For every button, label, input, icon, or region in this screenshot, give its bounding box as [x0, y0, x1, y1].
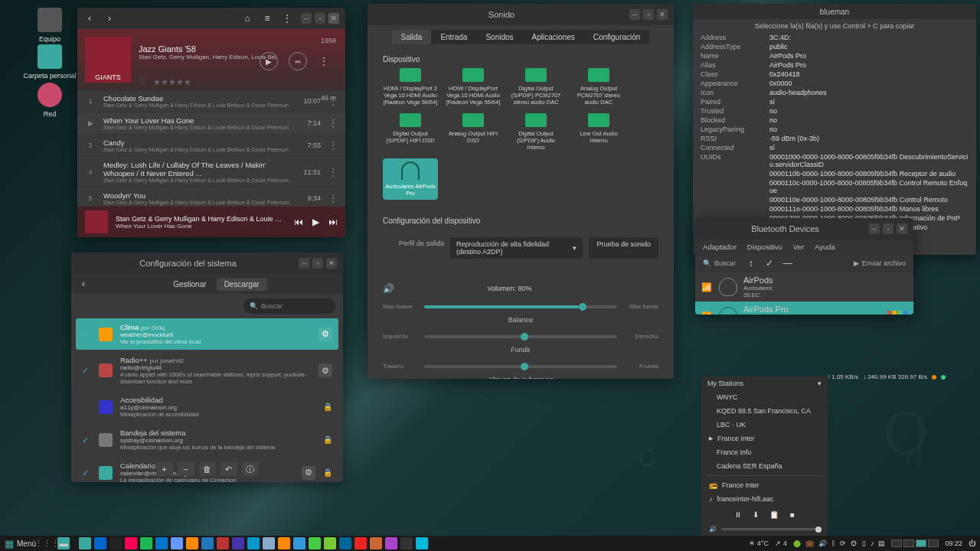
- property-row[interactable]: AddressTypepublic: [693, 42, 976, 51]
- undo-button[interactable]: ↶: [220, 462, 237, 476]
- taskbar-app-icon[interactable]: [217, 537, 229, 549]
- taskbar-app-icon[interactable]: [201, 537, 214, 549]
- property-row[interactable]: Trustedno: [693, 106, 976, 116]
- rating-stars[interactable]: ♡ ★★★★★: [139, 77, 191, 87]
- download-button[interactable]: ⬇: [753, 510, 759, 519]
- audio-device[interactable]: Digital Output (S/PDIF) Audio Interno: [508, 113, 564, 151]
- radio-volume-slider[interactable]: [721, 528, 820, 530]
- taskbar-app-icon[interactable]: [232, 537, 244, 549]
- taskbar-app-icon[interactable]: [293, 537, 305, 549]
- sound-tab[interactable]: Sonidos: [476, 30, 522, 44]
- taskbar-app-icon[interactable]: [186, 537, 198, 549]
- sound-tab[interactable]: Configuración: [584, 30, 650, 44]
- taskbar-app-icon[interactable]: [79, 537, 91, 549]
- vol-icon[interactable]: 🔊: [709, 526, 717, 533]
- radio-station[interactable]: France Inter: [701, 432, 828, 445]
- taskbar-app-icon[interactable]: [400, 537, 413, 549]
- menu-item[interactable]: Ayuda: [815, 243, 835, 251]
- track-menu-icon[interactable]: ⋮: [328, 193, 338, 204]
- applet-settings-button[interactable]: ⚙: [318, 328, 332, 341]
- audio-device[interactable]: Auriculares AirPods Pro: [383, 158, 438, 200]
- tray-music-icon[interactable]: ♪: [871, 540, 874, 547]
- track-row[interactable]: 1 Chocolate SundaeStan Getz & Gerry Mull…: [77, 90, 345, 112]
- taskbar-app-icon[interactable]: [339, 537, 351, 549]
- close-button[interactable]: ✕: [328, 13, 339, 24]
- checkbox[interactable]: ✓: [82, 435, 91, 445]
- audio-device[interactable]: HDMI / DisplayPort 2 Vega 10 HDMI Audio …: [383, 68, 438, 106]
- balance-slider[interactable]: [424, 335, 617, 338]
- radio-station[interactable]: LBC - UK: [701, 418, 828, 432]
- desktop-equipo[interactable]: Equipo: [23, 8, 77, 43]
- track-row[interactable]: 3 CandyStan Getz & Gerry Mulligan & Harr…: [77, 135, 345, 157]
- taskbar-app-icon[interactable]: [155, 537, 168, 549]
- checkbox[interactable]: ✓: [82, 330, 91, 339]
- play-button[interactable]: ▶: [312, 217, 319, 227]
- prev-button[interactable]: ⏮: [294, 217, 303, 227]
- audio-device[interactable]: Line Out Audio Interno: [571, 113, 626, 151]
- maximize-button[interactable]: ▫: [315, 13, 325, 24]
- track-menu-icon[interactable]: ⋮: [328, 118, 338, 129]
- menu-item[interactable]: Ver: [793, 243, 804, 251]
- radio-station[interactable]: WNYC: [701, 390, 828, 404]
- taskbar-app-icon[interactable]: [354, 537, 367, 549]
- tab-descargar[interactable]: Descargar: [217, 278, 267, 291]
- property-row[interactable]: NameAirPods Pro: [693, 51, 976, 60]
- perfil-dropdown[interactable]: Reproducción de alta fidelidad (destino …: [450, 237, 583, 259]
- close-button[interactable]: ✕: [657, 9, 668, 20]
- taskbar-app-icon[interactable]: [263, 537, 275, 549]
- applet-item[interactable]: ✓ Bandeja del sistema systray@cinnamon.o…: [76, 424, 338, 455]
- volume-icon[interactable]: 🔊: [383, 283, 394, 294]
- property-row[interactable]: 0000111e-0000-1000-8000-00805f9b34fb Man…: [693, 204, 976, 214]
- queue-album-button[interactable]: ═: [289, 52, 307, 70]
- tray-sync-icon[interactable]: ⟳: [840, 540, 846, 547]
- app-grid-icon[interactable]: ⋮⋮⋮: [41, 537, 53, 549]
- sound-tab[interactable]: Aplicaciones: [523, 30, 584, 44]
- radio-station[interactable]: KQED 88.5 San Francisco, CA: [701, 404, 828, 418]
- audio-device[interactable]: HDMI / DisplayPort Vega 10 HDMI Audio [R…: [446, 68, 501, 106]
- property-row[interactable]: Iconaudio-headphones: [693, 88, 976, 97]
- track-row[interactable]: 4 Medley: Lush Life / Lullaby Of The Lea…: [77, 157, 345, 187]
- checkbox[interactable]: [82, 403, 91, 412]
- minimize-button[interactable]: –: [299, 258, 309, 269]
- weather-temp[interactable]: ☀ 4°C: [749, 540, 769, 547]
- property-row[interactable]: Class0x240418: [693, 70, 976, 79]
- taskbar-app-icon[interactable]: [109, 537, 122, 549]
- taskbar-app-icon[interactable]: [171, 537, 183, 549]
- taskbar-app-icon[interactable]: [247, 537, 260, 549]
- minimize-button[interactable]: –: [869, 223, 880, 234]
- maximize-button[interactable]: ▫: [883, 223, 893, 234]
- taskbar-app-icon[interactable]: [278, 537, 290, 549]
- pause-button[interactable]: ⏸: [734, 510, 742, 519]
- search-button[interactable]: 🔍 Buscar: [703, 259, 739, 267]
- tray-nvidia-icon[interactable]: ⬤: [793, 540, 801, 547]
- track-menu-icon[interactable]: ⋮: [328, 167, 338, 178]
- sound-tab[interactable]: Entrada: [431, 30, 476, 44]
- more-icon[interactable]: ⋮: [281, 12, 293, 24]
- workspace-switcher[interactable]: [891, 540, 939, 547]
- tray-bluetooth-icon[interactable]: ᛒ: [831, 540, 835, 547]
- add-button[interactable]: +: [156, 462, 173, 476]
- taskbar-app-icon[interactable]: [125, 537, 137, 549]
- check-icon[interactable]: ✓: [763, 257, 776, 269]
- desktop-home[interactable]: Carpeta personal: [23, 44, 77, 80]
- close-button[interactable]: ✕: [897, 223, 907, 234]
- tray-notif-icon[interactable]: ▤: [878, 540, 885, 547]
- tray-battery-icon[interactable]: ▯: [862, 540, 866, 547]
- taskbar-app-icon[interactable]: [370, 537, 382, 549]
- send-file-button[interactable]: ▶ Enviar archivo: [854, 259, 906, 267]
- audio-device[interactable]: Analog Output PCM2707 stereo audio DAC: [571, 68, 626, 106]
- radio-station[interactable]: Cadena SER España: [701, 459, 828, 473]
- sound-tab[interactable]: Salida: [392, 30, 432, 44]
- checkbox[interactable]: ✓: [82, 366, 91, 375]
- close-button[interactable]: ✕: [326, 258, 337, 269]
- info-button[interactable]: ⓘ: [242, 462, 259, 476]
- radio-header[interactable]: My Stations▾: [701, 377, 828, 390]
- taskbar-app-icon[interactable]: [416, 537, 428, 549]
- audio-device[interactable]: Digital Output (S/PDIF) PCM2707 stereo a…: [508, 68, 564, 106]
- applet-settings-button[interactable]: ⚙: [318, 364, 332, 377]
- property-row[interactable]: Appearance0x0000: [693, 79, 976, 88]
- menu-item[interactable]: Dispositivo: [747, 243, 782, 251]
- clipboard-button[interactable]: 📋: [769, 510, 779, 519]
- taskbar-app-icon[interactable]: [140, 537, 152, 549]
- applet-item[interactable]: Accesibilidad a11y@cinnamon.org Miniapli…: [76, 391, 338, 422]
